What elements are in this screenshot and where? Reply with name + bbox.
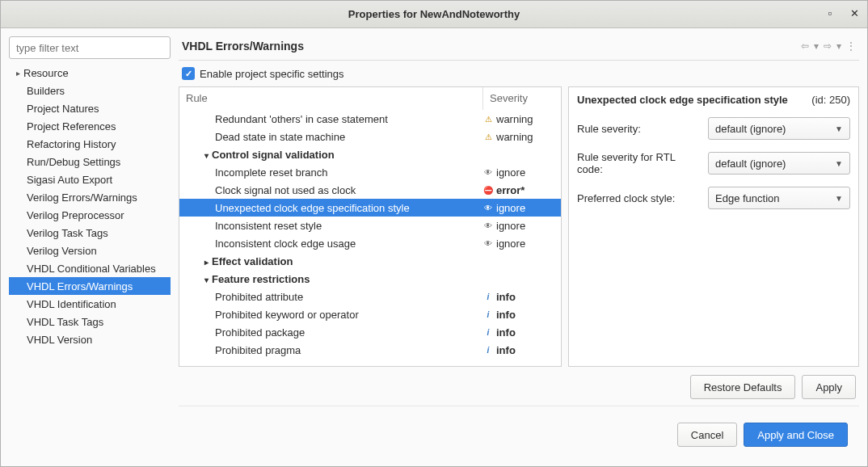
rule-name-label: Incomplete reset branch [215, 166, 327, 179]
chevron-right-icon[interactable]: ▸ [12, 69, 23, 78]
rule-row[interactable]: ▾Control signal validation [179, 145, 561, 163]
page-actions: Restore Defaults Apply [179, 367, 859, 402]
rule-row[interactable]: Prohibited pragmaiinfo [179, 341, 561, 359]
forward-icon[interactable]: ⇨ [824, 40, 832, 52]
tree-item[interactable]: Verilog Preprocessor [9, 206, 171, 224]
tree-item[interactable]: VHDL Task Tags [9, 313, 171, 330]
nav-icons: ⇦ ▾ ⇨ ▾ ⋮ [801, 40, 856, 52]
detail-field-label: Rule severity: [577, 123, 702, 135]
rule-severity: ⚠warning [483, 113, 561, 125]
tree-item-label: Verilog Version [27, 245, 97, 257]
restore-defaults-button[interactable]: Restore Defaults [690, 375, 796, 399]
tree-item-label: Project References [27, 120, 116, 133]
detail-body: Rule severity:default (ignore)▼Rule seve… [569, 112, 858, 214]
chevron-down-icon: ▼ [835, 124, 843, 133]
combo-value: default (ignore) [715, 158, 786, 170]
back-menu-icon[interactable]: ▾ [814, 40, 819, 52]
warning-icon: ⚠ [483, 114, 493, 124]
apply-and-close-button[interactable]: Apply and Close [744, 423, 848, 447]
enable-label: Enable project specific settings [200, 68, 343, 80]
ignore-icon: 👁 [483, 203, 493, 212]
close-icon[interactable]: ✕ [846, 5, 862, 21]
severity-label: error* [496, 184, 525, 196]
detail-field: Preferred clock style:Edge function▼ [577, 187, 850, 209]
rule-name-label: Prohibited attribute [215, 291, 303, 303]
rule-severity: iinfo [483, 326, 561, 339]
chevron-down-icon: ▼ [835, 194, 843, 203]
tree-item[interactable]: Builders [9, 82, 171, 99]
chevron-down-icon[interactable]: ▾ [200, 151, 212, 160]
page-header: VHDL Errors/Warnings ⇦ ▾ ⇨ ▾ ⋮ [179, 36, 859, 61]
rule-name-label: Feature restrictions [212, 273, 310, 285]
back-icon[interactable]: ⇦ [801, 40, 809, 52]
filter-input[interactable] [9, 36, 171, 59]
rule-row[interactable]: ▸Effect validation [179, 252, 561, 270]
col-rule[interactable]: Rule [179, 87, 483, 110]
rule-row[interactable]: ▾Feature restrictions [179, 270, 561, 288]
chevron-down-icon[interactable]: ▾ [200, 276, 212, 284]
tree-item[interactable]: Refactoring History [9, 135, 171, 153]
tree-item[interactable]: VHDL Conditional Variables [9, 259, 171, 277]
tree-item[interactable]: VHDL Version [9, 330, 171, 348]
rule-name-label: Prohibited package [215, 326, 305, 339]
warning-icon: ⚠ [483, 132, 493, 141]
enable-checkbox[interactable]: ✓ [182, 67, 195, 80]
severity-label: info [496, 326, 516, 339]
rule-row[interactable]: Prohibited packageiinfo [179, 323, 561, 341]
severity-label: ignore [496, 166, 525, 179]
rule-row[interactable]: Inconsistent clock edge usage👁ignore [179, 234, 561, 252]
combo-value: Edge function [715, 192, 780, 204]
rule-row[interactable]: Incomplete reset branch👁ignore [179, 163, 561, 181]
tree-item-label: Verilog Task Tags [27, 227, 108, 239]
rule-row[interactable]: Clock signal not used as clock⛔error* [179, 181, 561, 199]
tree-item-label: Refactoring History [27, 138, 116, 150]
forward-menu-icon[interactable]: ▾ [836, 40, 841, 52]
tree-item[interactable]: VHDL Errors/Warnings [9, 277, 171, 295]
maximize-icon[interactable]: ▫ [822, 5, 838, 21]
detail-header: Unexpected clock edge specification styl… [569, 87, 858, 112]
rule-name-label: Redundant 'others' in case statement [215, 113, 388, 125]
rule-row[interactable]: Unexpected clock edge specification styl… [179, 199, 561, 217]
rule-row[interactable]: Prohibited attributeiinfo [179, 288, 561, 305]
tree-item[interactable]: VHDL Identification [9, 295, 171, 313]
detail-combo[interactable]: default (ignore)▼ [708, 117, 850, 140]
tree-item[interactable]: Run/Debug Settings [9, 153, 171, 170]
severity-label: warning [496, 131, 533, 143]
severity-label: ignore [496, 238, 525, 250]
rules-table: Rule Severity Redundant 'others' in case… [179, 86, 562, 367]
ignore-icon: 👁 [483, 221, 493, 230]
content: ▸ResourceBuildersProject NaturesProject … [1, 28, 867, 466]
info-icon: i [483, 345, 493, 355]
rule-row[interactable]: Dead state in state machine⚠warning [179, 128, 561, 145]
tree-item-label: Sigasi Auto Export [27, 174, 112, 186]
tree-item[interactable]: ▸Resource [9, 64, 171, 82]
rule-row[interactable]: Redundant 'others' in case statement⚠war… [179, 110, 561, 128]
rule-severity: 👁ignore [483, 202, 561, 214]
tree-item[interactable]: Verilog Errors/Warnings [9, 188, 171, 206]
tree-item[interactable]: Sigasi Auto Export [9, 170, 171, 188]
rule-row[interactable]: Prohibited keyword or operatoriinfo [179, 305, 561, 323]
properties-dialog: Properties for NewAndNoteworthy ▫ ✕ ▸Res… [0, 0, 868, 467]
tree-item[interactable]: Project Natures [9, 99, 171, 117]
chevron-right-icon[interactable]: ▸ [200, 258, 212, 267]
tree-item[interactable]: Project References [9, 117, 171, 135]
menu-icon[interactable]: ⋮ [846, 40, 856, 52]
severity-label: info [496, 344, 516, 356]
detail-field-label: Preferred clock style: [577, 192, 702, 204]
col-severity[interactable]: Severity [483, 87, 561, 110]
detail-combo[interactable]: Edge function▼ [708, 187, 850, 209]
apply-button[interactable]: Apply [802, 375, 856, 399]
category-tree[interactable]: ▸ResourceBuildersProject NaturesProject … [9, 64, 171, 458]
tree-item-label: Verilog Errors/Warnings [27, 191, 137, 204]
detail-combo[interactable]: default (ignore)▼ [708, 152, 850, 175]
rule-severity: iinfo [483, 291, 561, 303]
rule-name-label: Prohibited pragma [215, 344, 301, 356]
tree-item[interactable]: Verilog Version [9, 242, 171, 259]
rule-name-label: Inconsistent clock edge usage [215, 238, 356, 250]
tree-item[interactable]: Verilog Task Tags [9, 224, 171, 242]
rule-severity: ⚠warning [483, 131, 561, 143]
cancel-button[interactable]: Cancel [677, 423, 737, 447]
severity-label: info [496, 291, 516, 303]
rule-row[interactable]: Inconsistent reset style👁ignore [179, 217, 561, 234]
rules-body[interactable]: Redundant 'others' in case statement⚠war… [179, 110, 561, 366]
